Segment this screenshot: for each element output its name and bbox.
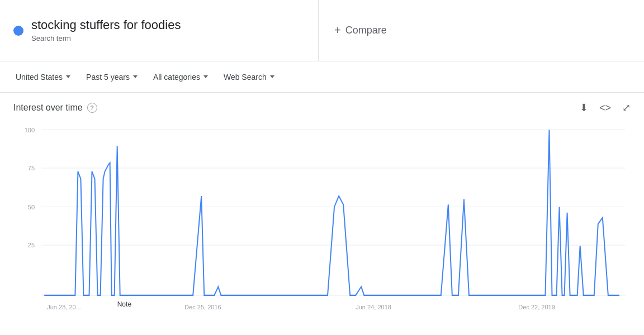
time-filter-label: Past 5 years <box>86 73 130 82</box>
y-label-100: 100 <box>25 126 35 133</box>
embed-icon[interactable]: <> <box>599 102 611 114</box>
help-icon[interactable]: ? <box>87 103 97 113</box>
x-label-3: Jun 24, 2018 <box>356 304 391 310</box>
download-icon[interactable]: ⬇ <box>580 102 588 114</box>
header: stocking stuffers for foodies Search ter… <box>0 0 644 61</box>
trend-line <box>44 130 619 295</box>
y-label-75: 75 <box>28 165 35 171</box>
category-chevron-icon <box>203 75 208 78</box>
note-label: Note <box>117 300 132 308</box>
share-icon[interactable]: ⤢ <box>622 102 631 114</box>
chart-title: Interest over time <box>13 103 83 113</box>
time-filter-button[interactable]: Past 5 years <box>79 68 144 86</box>
search-term-box: stocking stuffers for foodies Search ter… <box>0 0 319 61</box>
region-filter-button[interactable]: United States <box>9 68 77 86</box>
search-term-title: stocking stuffers for foodies <box>31 18 181 32</box>
chart-header: Interest over time ? ⬇ <> ⤢ <box>13 102 631 114</box>
compare-label: Compare <box>345 25 387 36</box>
x-label-1: Jun 28, 20... <box>47 304 81 310</box>
search-type-filter-label: Web Search <box>224 73 267 82</box>
search-type-filter-button[interactable]: Web Search <box>217 68 281 86</box>
chart-actions: ⬇ <> ⤢ <box>580 102 631 114</box>
search-term-text: stocking stuffers for foodies Search ter… <box>31 18 181 42</box>
compare-plus-icon: + <box>334 24 341 37</box>
category-filter-button[interactable]: All categories <box>146 68 215 86</box>
time-chevron-icon <box>133 75 138 78</box>
search-term-sublabel: Search term <box>31 34 71 42</box>
chart-title-group: Interest over time ? <box>13 103 97 113</box>
x-label-2: Dec 25, 2016 <box>184 304 221 310</box>
region-filter-label: United States <box>16 73 63 82</box>
y-label-50: 50 <box>28 203 35 210</box>
interest-over-time-chart: 100 75 50 25 Jun 28, 20... Dec 25, 2016 … <box>13 118 631 324</box>
search-type-chevron-icon <box>270 75 274 78</box>
compare-box[interactable]: + Compare <box>319 0 644 61</box>
y-label-25: 25 <box>28 242 35 248</box>
search-term-dot <box>13 26 23 36</box>
category-filter-label: All categories <box>153 73 200 82</box>
x-label-4: Dec 22, 2019 <box>518 304 555 310</box>
chart-section: Interest over time ? ⬇ <> ⤢ 100 75 50 25… <box>0 93 644 335</box>
chart-area: 100 75 50 25 Jun 28, 20... Dec 25, 2016 … <box>13 118 631 324</box>
filters-bar: United States Past 5 years All categorie… <box>0 61 644 93</box>
region-chevron-icon <box>66 75 70 78</box>
